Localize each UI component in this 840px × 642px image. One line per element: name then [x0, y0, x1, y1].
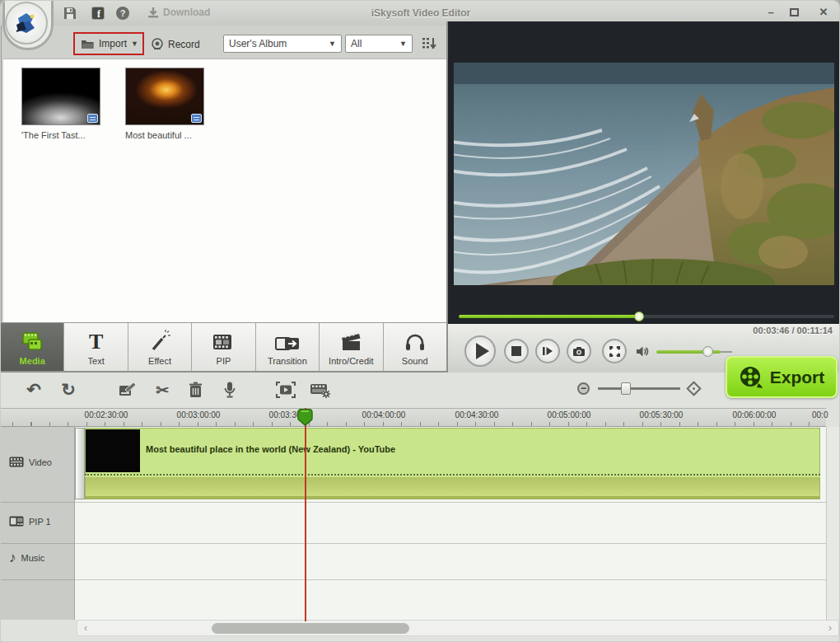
svg-text:?: ?	[120, 8, 126, 18]
tab-transition[interactable]: Transition	[256, 323, 320, 371]
label-divider	[1, 502, 75, 503]
next-frame-button[interactable]	[535, 339, 560, 363]
timeline-horizontal-scrollbar[interactable]: ‹ ›	[77, 620, 839, 636]
snapshot-button[interactable]	[567, 339, 591, 363]
clip-trim-handle[interactable]	[75, 428, 85, 499]
tab-intro-credit[interactable]: Intro/Credit	[320, 323, 383, 371]
video-clip-badge-icon	[191, 114, 202, 123]
tab-label: Sound	[402, 356, 428, 366]
video-track-icon	[9, 457, 24, 467]
import-folder-icon	[81, 39, 95, 49]
facebook-icon[interactable]: f	[91, 7, 108, 21]
tab-text[interactable]: T Text	[64, 323, 128, 371]
volume-thumb[interactable]	[702, 346, 713, 357]
track-label-video[interactable]: Video	[9, 457, 52, 467]
play-icon	[476, 343, 489, 359]
preview-video-frame[interactable]	[454, 63, 834, 285]
timeline-vertical-scrollbar[interactable]	[826, 427, 839, 620]
album-dropdown[interactable]: User's Album ▼	[223, 35, 342, 53]
close-button[interactable]: ✕	[816, 6, 831, 19]
import-label: Import	[99, 38, 127, 49]
tab-label: Intro/Credit	[329, 356, 373, 366]
download-button[interactable]: Download	[147, 7, 210, 18]
split-button[interactable]: ✂	[149, 377, 175, 402]
scene-detect-button[interactable]	[273, 377, 299, 402]
headphones-icon	[404, 328, 427, 353]
ruler-label: 00:03:00:00	[170, 410, 227, 419]
record-label: Record	[168, 39, 200, 50]
timeline-zoom-control: −	[577, 382, 699, 395]
filter-dropdown-value: All	[351, 38, 362, 49]
timeline-ruler[interactable]: 00:02:30:00 00:03:00:00 00:03:30:00 00:0…	[1, 408, 826, 427]
track-label-music[interactable]: ♪ Music	[9, 552, 44, 564]
stop-button[interactable]	[504, 339, 529, 363]
download-icon	[147, 7, 159, 18]
media-item-thumbnail[interactable]	[125, 68, 204, 125]
window-title: iSkysoft Video Editor	[273, 7, 569, 19]
track-label-text: PIP 1	[29, 517, 51, 527]
clip-title: Most beautiful place in the world (New Z…	[146, 444, 395, 454]
playhead-line	[305, 408, 306, 621]
minimize-button[interactable]: –	[763, 6, 778, 19]
delete-button[interactable]	[182, 377, 208, 402]
edit-clip-button[interactable]	[114, 377, 141, 402]
timeline-section: ↶ ↻ ✂ −	[1, 373, 840, 642]
timeline-video-clip[interactable]: Most beautiful place in the world (New Z…	[75, 428, 820, 499]
volume-slider[interactable]	[656, 350, 721, 354]
help-icon[interactable]: ?	[116, 7, 133, 21]
zoom-out-button[interactable]: −	[577, 382, 590, 395]
undo-icon: ↶	[26, 380, 41, 400]
app-logo[interactable]	[5, 2, 48, 45]
clip-settings-button[interactable]	[307, 377, 334, 402]
export-button[interactable]: Export	[726, 356, 838, 398]
undo-button[interactable]: ↶	[21, 377, 47, 402]
playhead-handle[interactable]	[297, 409, 313, 426]
preview-seek-bar[interactable]	[459, 315, 834, 318]
save-icon[interactable]	[63, 7, 80, 21]
fullscreen-button[interactable]	[602, 339, 627, 363]
track-label-pip[interactable]: PIP 1	[9, 516, 51, 527]
sort-order-icon[interactable]	[421, 35, 439, 54]
volume-control	[636, 345, 721, 358]
app-window: f ? Download iSkysoft Video Editor – ✕ I	[0, 0, 840, 642]
scissors-icon: ✂	[156, 381, 169, 400]
text-icon: T	[89, 328, 103, 353]
tab-effect[interactable]: Effect	[128, 323, 192, 371]
track-label-text: Music	[21, 553, 45, 563]
row-divider	[75, 502, 826, 503]
media-item-thumbnail[interactable]	[21, 68, 100, 125]
record-button[interactable]: Record	[151, 35, 212, 54]
tab-pip[interactable]: PIP	[192, 323, 255, 371]
maximize-button[interactable]	[790, 6, 805, 19]
scroll-thumb[interactable]	[212, 623, 409, 634]
ruler-label: 00:06:00:00	[726, 410, 783, 419]
import-button[interactable]: Import ▼	[73, 32, 144, 55]
tab-media[interactable]: Media	[1, 323, 64, 371]
magic-wand-icon	[148, 328, 171, 353]
fullscreen-icon	[609, 345, 621, 358]
zoom-in-button[interactable]	[686, 381, 701, 396]
record-voiceover-button[interactable]	[217, 377, 243, 402]
track-label-column: Video PIP 1 ♪ Music	[1, 427, 75, 620]
scroll-left-arrow[interactable]: ‹	[79, 622, 92, 634]
seek-handle[interactable]	[634, 312, 644, 321]
scroll-right-arrow[interactable]: ›	[824, 622, 837, 634]
clip-bottom-edge	[85, 496, 820, 499]
media-item-label: Most beautiful ...	[125, 130, 216, 140]
play-button[interactable]	[464, 335, 496, 367]
album-dropdown-arrow-icon: ▼	[329, 40, 336, 48]
ruler-ticks	[12, 422, 826, 426]
ruler-label: 00:0	[812, 410, 840, 419]
redo-button[interactable]: ↻	[55, 377, 82, 402]
zoom-slider[interactable]	[598, 387, 680, 390]
microphone-icon	[224, 382, 236, 399]
next-frame-icon	[542, 346, 553, 356]
filter-dropdown[interactable]: All ▼	[345, 35, 413, 53]
zoom-slider-thumb[interactable]	[621, 382, 631, 395]
media-filmstrip-icon	[21, 328, 44, 353]
clip-thumbnail	[86, 429, 140, 472]
speaker-icon[interactable]	[636, 345, 650, 358]
tab-sound[interactable]: Sound	[384, 323, 446, 371]
tab-label: PIP	[217, 356, 231, 366]
film-settings-icon	[310, 382, 331, 398]
